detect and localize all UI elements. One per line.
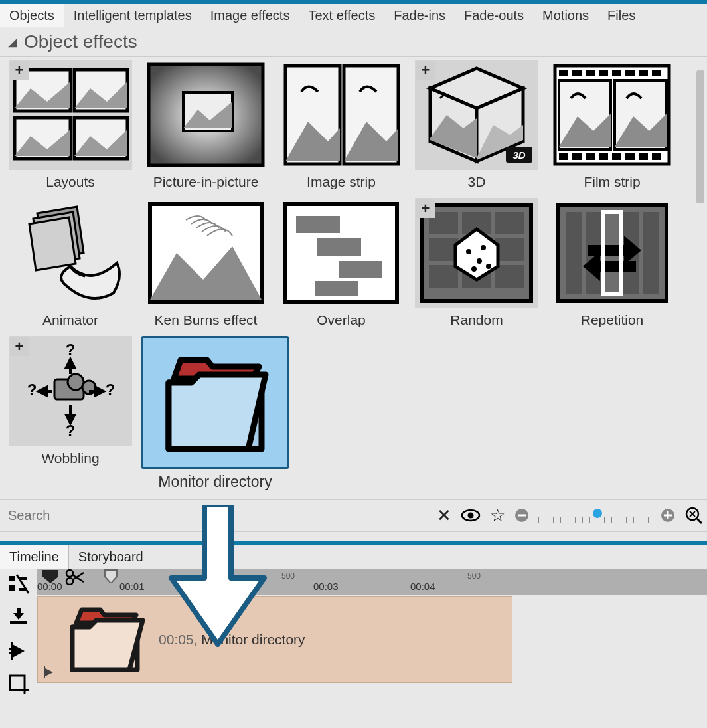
ruler-tick: 00:04 xyxy=(410,581,435,592)
tab-objects[interactable]: Objects xyxy=(0,4,64,27)
plus-icon: + xyxy=(416,199,435,218)
tab-timeline[interactable]: Timeline xyxy=(0,545,69,569)
svg-text:?: ? xyxy=(66,341,76,359)
effect-label: 3D xyxy=(468,174,486,190)
zoom-out-icon[interactable] xyxy=(514,508,529,523)
svg-rect-112 xyxy=(11,642,13,660)
effect-picture-in-picture[interactable]: Picture-in-picture xyxy=(139,60,272,190)
tab-motions[interactable]: Motions xyxy=(533,4,598,27)
svg-line-100 xyxy=(697,519,702,523)
svg-marker-86 xyxy=(39,387,46,395)
star-icon[interactable]: ☆ xyxy=(490,505,505,526)
clip-play-icon[interactable] xyxy=(42,666,56,678)
effect-layouts[interactable]: + Layouts xyxy=(4,60,137,190)
svg-rect-51 xyxy=(339,261,382,278)
clip-duration: 00:05, xyxy=(159,632,197,647)
clip-name: Monitor directory xyxy=(201,632,305,647)
svg-text:?: ? xyxy=(27,381,37,399)
scrollbar[interactable] xyxy=(692,57,707,499)
timeline-area: 00:00 00:01 02 500 00:03 00:04 500 00:05… xyxy=(0,569,707,715)
clear-search-icon[interactable]: ✕ xyxy=(437,505,451,526)
svg-marker-88 xyxy=(96,387,104,395)
scissors-icon[interactable] xyxy=(65,569,85,585)
ruler-tick: 00:00 xyxy=(37,581,62,592)
svg-rect-27 xyxy=(612,70,621,76)
effect-ken-burns[interactable]: Ken Burns effect xyxy=(139,198,272,328)
svg-rect-52 xyxy=(315,281,358,296)
svg-rect-72 xyxy=(643,212,659,294)
effect-random[interactable]: + Random xyxy=(410,198,543,328)
svg-point-93 xyxy=(468,513,474,519)
tab-storyboard[interactable]: Storyboard xyxy=(69,545,153,569)
effects-grid: + Layouts xyxy=(0,57,692,499)
effect-label: Monitor directory xyxy=(158,473,272,491)
ruler-tick: 00:01 xyxy=(119,581,145,592)
svg-rect-23 xyxy=(559,70,568,76)
tool-cut-icon[interactable] xyxy=(5,571,32,598)
zoom-in-icon[interactable] xyxy=(661,508,675,523)
svg-text:?: ? xyxy=(106,381,116,399)
tool-add-icon[interactable] xyxy=(5,671,32,697)
svg-rect-110 xyxy=(17,608,21,614)
effect-film-strip[interactable]: Film strip xyxy=(546,60,678,190)
section-header[interactable]: ◢ Object effects xyxy=(0,27,707,57)
tab-intelligent-templates[interactable]: Intelligent templates xyxy=(64,4,201,27)
scrollbar-thumb[interactable] xyxy=(696,70,704,203)
zoom-slider[interactable] xyxy=(538,507,651,523)
shield-marker-icon[interactable] xyxy=(102,569,119,583)
tool-play-icon[interactable] xyxy=(5,638,32,664)
svg-rect-59 xyxy=(429,265,458,288)
effect-image-strip[interactable]: Image strip xyxy=(275,60,408,190)
timeline-body[interactable]: 00:00 00:01 02 500 00:03 00:04 500 00:05… xyxy=(37,569,707,715)
section-title: Object effects xyxy=(24,31,137,52)
collapse-triangle-icon: ◢ xyxy=(8,35,17,49)
effect-label: Picture-in-picture xyxy=(153,174,259,190)
tab-files[interactable]: Files xyxy=(598,4,645,27)
svg-marker-128 xyxy=(72,620,143,670)
svg-rect-108 xyxy=(10,621,27,624)
svg-rect-25 xyxy=(586,70,595,76)
svg-rect-50 xyxy=(317,238,361,256)
effect-repetition[interactable]: Repetition xyxy=(546,198,678,328)
svg-rect-24 xyxy=(572,70,582,76)
tab-image-effects[interactable]: Image effects xyxy=(201,4,299,27)
tab-fade-ins[interactable]: Fade-ins xyxy=(384,4,455,27)
timeline-clip[interactable]: 00:05, Monitor directory xyxy=(37,596,512,683)
effect-label: Ken Burns effect xyxy=(155,312,258,328)
svg-marker-45 xyxy=(29,217,76,270)
svg-rect-104 xyxy=(9,585,15,591)
svg-rect-37 xyxy=(639,153,648,160)
svg-point-63 xyxy=(466,249,471,254)
ruler-tick: 02 xyxy=(236,581,248,592)
effect-animator[interactable]: Animator xyxy=(4,198,137,328)
svg-point-120 xyxy=(66,570,73,577)
tab-text-effects[interactable]: Text effects xyxy=(299,4,384,27)
svg-rect-56 xyxy=(495,212,524,234)
svg-rect-58 xyxy=(495,238,524,261)
svg-rect-32 xyxy=(572,153,582,160)
effect-overlap[interactable]: Overlap xyxy=(275,198,408,328)
search-input[interactable] xyxy=(4,504,428,527)
zoom-fit-icon[interactable] xyxy=(684,506,703,525)
effect-label: Overlap xyxy=(317,312,366,328)
eye-icon[interactable] xyxy=(461,505,481,525)
timeline-ruler[interactable]: 00:00 00:01 02 500 00:03 00:04 500 xyxy=(37,569,707,595)
svg-rect-61 xyxy=(495,265,524,288)
svg-rect-125 xyxy=(44,666,45,678)
svg-rect-106 xyxy=(19,577,27,580)
plus-icon: + xyxy=(416,61,435,80)
bottom-tab-bar: Timeline Storyboard xyxy=(0,541,707,569)
svg-rect-33 xyxy=(586,153,595,160)
tool-arrow-down-icon[interactable] xyxy=(5,604,32,631)
effect-label: Animator xyxy=(42,312,98,328)
svg-point-75 xyxy=(68,374,84,390)
effect-label: Repetition xyxy=(581,312,644,328)
effect-wobbling[interactable]: + ? ? ? ? xyxy=(4,336,137,491)
effect-monitor-directory[interactable]: Monitor directory xyxy=(139,336,291,491)
svg-point-121 xyxy=(66,578,73,585)
plus-icon: + xyxy=(10,61,29,80)
tab-fade-outs[interactable]: Fade-outs xyxy=(455,4,533,27)
effect-3d[interactable]: + 3D 3D xyxy=(410,60,543,190)
ruler-tick: 00:03 xyxy=(313,581,339,592)
svg-point-65 xyxy=(477,258,482,264)
